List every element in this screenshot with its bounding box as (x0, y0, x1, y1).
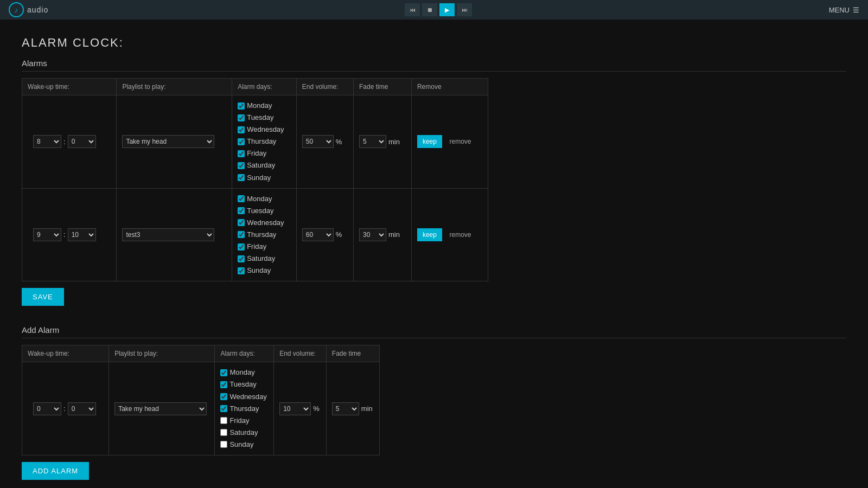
col-end-volume: End volume: (296, 79, 353, 95)
add-alarm-minute-select[interactable]: 0 (68, 402, 96, 415)
alarm-row-2: 9 : 10 test3 Take my head (22, 188, 488, 281)
alarm1-keep-button[interactable]: keep (417, 135, 442, 148)
add-alarm-days-cell: Monday Tuesday Wednesday Thursday Friday… (215, 362, 274, 455)
add-alarm-section-title: Add Alarm (22, 325, 846, 335)
menu-icon: ☰ (853, 6, 859, 14)
stop-button[interactable]: ⏹ (422, 3, 437, 16)
alarm2-friday-check[interactable] (238, 243, 245, 251)
alarm1-fade-cell: 5 min (354, 95, 412, 189)
alarm1-minute-select[interactable]: 0 (68, 135, 96, 148)
alarm2-fade-cell: 30 min (354, 188, 412, 281)
add-friday-check[interactable] (220, 417, 227, 424)
add-saturday-check[interactable] (220, 429, 227, 436)
alarms-table: Wake-up time: Playlist to play: Alarm da… (22, 78, 488, 281)
alarm1-time-cell: 8 : 0 (22, 95, 117, 189)
alarm-row-1: 8 : 0 Take my head test3 (22, 95, 488, 189)
add-alarm-time-cell: 0 : 0 (22, 362, 109, 455)
alarm2-playlist-select[interactable]: test3 Take my head (122, 228, 214, 241)
alarm1-thursday-check[interactable] (238, 138, 245, 145)
add-alarm-button[interactable]: ADD ALARM (22, 462, 89, 480)
add-alarm-table: Wake-up time: Playlist to play: Alarm da… (22, 345, 380, 455)
add-alarm-fade-cell: 5 min (326, 362, 379, 455)
add-tuesday-check[interactable] (220, 381, 227, 388)
alarm1-playlist-select[interactable]: Take my head test3 (122, 135, 214, 148)
col-remove: Remove (411, 79, 488, 95)
col-wake-time: Wake-up time: (22, 79, 117, 95)
add-thursday-check[interactable] (220, 405, 227, 412)
svg-text:♪: ♪ (15, 6, 18, 14)
alarm1-volume-cell: 50 % (296, 95, 353, 189)
alarm1-monday-check[interactable] (238, 102, 245, 110)
alarm1-sunday-check[interactable] (238, 174, 245, 181)
alarm2-playlist-cell: test3 Take my head (117, 188, 232, 281)
alarm2-remove-button[interactable]: remove (446, 228, 475, 241)
add-alarm-colon: : (63, 404, 66, 413)
alarm2-keep-button[interactable]: keep (417, 228, 442, 241)
add-alarm-playlist-cell: Take my head test3 (109, 362, 215, 455)
alarm2-sunday-check[interactable] (238, 267, 245, 274)
logo-text: audio (27, 5, 48, 14)
add-alarm-volume-cell: 10 % (274, 362, 327, 455)
col-playlist: Playlist to play: (117, 79, 232, 95)
logo-icon: ♪ (9, 2, 24, 17)
top-nav: ♪ audio ⏮ ⏹ ▶ ⏭ MENU ☰ (0, 0, 868, 20)
col-alarm-days: Alarm days: (232, 79, 297, 95)
alarm2-thursday-check[interactable] (238, 231, 245, 238)
alarm2-saturday-check[interactable] (238, 255, 245, 262)
alarm2-tuesday-check[interactable] (238, 207, 245, 214)
alarm2-fade-select[interactable]: 30 (359, 228, 386, 241)
alarm1-min: min (388, 138, 400, 146)
alarm1-fade-select[interactable]: 5 (359, 135, 386, 148)
play-button[interactable]: ▶ (439, 3, 455, 16)
add-alarm-playlist-select[interactable]: Take my head test3 (114, 402, 207, 415)
add-sunday-check[interactable] (220, 441, 227, 448)
alarm1-friday-check[interactable] (238, 150, 245, 157)
add-alarm-fade-select[interactable]: 5 (332, 402, 359, 415)
menu-button[interactable]: MENU ☰ (829, 6, 859, 14)
add-col-wake-time: Wake-up time: (22, 345, 109, 362)
alarm2-hour-select[interactable]: 9 (33, 228, 61, 241)
alarms-divider (22, 71, 846, 72)
alarm2-monday-check[interactable] (238, 195, 245, 202)
main-content: ALARM CLOCK: Alarms Wake-up time: Playli… (0, 20, 868, 488)
add-alarm-volume-select[interactable]: 10 (279, 402, 311, 415)
add-col-alarm-days: Alarm days: (215, 345, 274, 362)
add-col-playlist: Playlist to play: (109, 345, 215, 362)
alarm2-minute-select[interactable]: 10 (68, 228, 96, 241)
transport-controls: ⏮ ⏹ ▶ ⏭ (405, 3, 472, 16)
alarm2-time-colon: : (63, 230, 66, 239)
alarm1-remove-button[interactable]: remove (446, 135, 475, 148)
alarm2-wednesday-check[interactable] (238, 219, 245, 226)
add-alarm-hour-select[interactable]: 0 (33, 402, 61, 415)
alarm2-time-cell: 9 : 10 (22, 188, 117, 281)
page-title: ALARM CLOCK: (22, 36, 846, 50)
alarm2-percent: % (336, 230, 342, 239)
alarm2-days-cell: Monday Tuesday Wednesday Thursday Friday… (232, 188, 297, 281)
alarm1-hour-select[interactable]: 8 (33, 135, 61, 148)
logo-area: ♪ audio (9, 2, 48, 17)
add-alarm-section: Add Alarm Wake-up time: Playlist to play… (22, 325, 846, 480)
alarm2-volume-cell: 60 % (296, 188, 353, 281)
next-button[interactable]: ⏭ (457, 3, 472, 16)
add-alarm-min: min (361, 404, 373, 413)
col-fade-time: Fade time (354, 79, 412, 95)
alarm1-action-cell: keep remove (411, 95, 488, 189)
add-col-fade-time: Fade time (326, 345, 379, 362)
alarm1-time-colon: : (63, 138, 66, 146)
prev-button[interactable]: ⏮ (405, 3, 420, 16)
save-button[interactable]: SAVE (22, 288, 64, 306)
alarm1-playlist-cell: Take my head test3 (117, 95, 232, 189)
add-col-end-volume: End volume: (274, 345, 327, 362)
alarm1-percent: % (336, 138, 342, 146)
add-monday-check[interactable] (220, 369, 227, 376)
alarm1-volume-select[interactable]: 50 (302, 135, 334, 148)
add-alarm-percent: % (313, 404, 320, 413)
alarm1-tuesday-check[interactable] (238, 114, 245, 121)
add-wednesday-check[interactable] (220, 393, 227, 400)
alarm1-wednesday-check[interactable] (238, 126, 245, 133)
alarm2-volume-select[interactable]: 60 (302, 228, 334, 241)
alarm2-action-cell: keep remove (411, 188, 488, 281)
alarm1-saturday-check[interactable] (238, 162, 245, 169)
alarm2-min: min (388, 230, 400, 239)
add-alarm-divider (22, 338, 846, 338)
